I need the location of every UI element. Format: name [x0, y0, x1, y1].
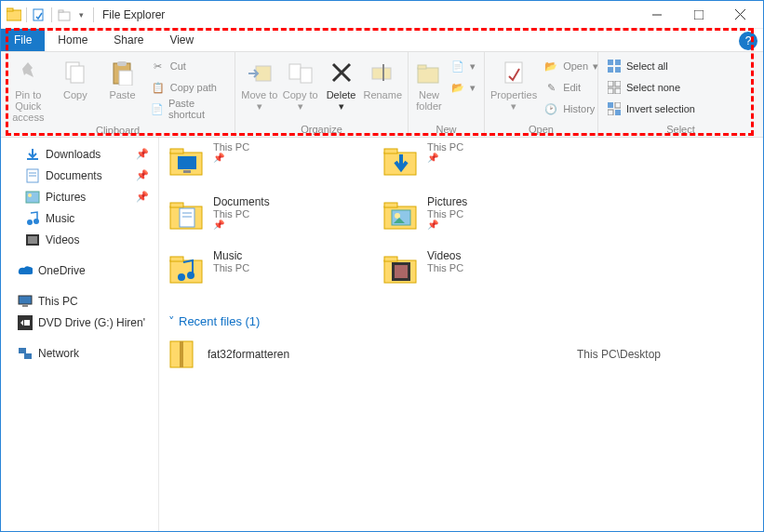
- properties-button[interactable]: Properties▾: [490, 54, 537, 112]
- ribbon-tabs: File Home Share View ˅ ?: [1, 29, 763, 52]
- recent-item[interactable]: fat32formatterenThis PC\Desktop: [168, 334, 754, 375]
- folder-icon: [168, 141, 206, 179]
- group-open: Open: [490, 122, 592, 137]
- paste-button[interactable]: Paste: [101, 54, 144, 100]
- svg-rect-15: [289, 64, 301, 79]
- sidebar-item-videos[interactable]: Videos: [1, 229, 158, 250]
- copyto-button[interactable]: Copy to ▾: [282, 54, 319, 112]
- folder-item[interactable]: This PC📌: [382, 141, 596, 188]
- invert-button[interactable]: Invert selection: [604, 100, 698, 118]
- svg-rect-13: [119, 71, 132, 86]
- svg-rect-3: [59, 12, 70, 20]
- chevron-down-icon: ˅: [168, 314, 175, 328]
- folder-sub: This PC: [427, 141, 463, 153]
- svg-rect-27: [615, 67, 621, 73]
- pin-icon: 📌: [136, 148, 149, 160]
- tab-share[interactable]: Share: [101, 29, 156, 51]
- minimize-button[interactable]: [636, 2, 677, 28]
- folder-item[interactable]: VideosThis PC: [382, 249, 596, 296]
- svg-rect-66: [170, 260, 202, 283]
- pin-icon: 📌: [136, 191, 149, 203]
- svg-rect-4: [59, 10, 63, 12]
- moveto-icon: [245, 58, 275, 87]
- svg-point-42: [27, 219, 33, 225]
- svg-rect-47: [22, 305, 28, 307]
- sidebar-item-dvd[interactable]: DVD Drive (G:) Hiren': [1, 312, 158, 333]
- folder-sub: This PC: [213, 262, 249, 273]
- folder-item[interactable]: DocumentsThis PC📌: [168, 195, 382, 242]
- svg-rect-1: [7, 8, 13, 11]
- folder-name: Documents: [213, 195, 270, 208]
- recent-section[interactable]: ˅Recent files (1): [168, 309, 754, 334]
- edit-button[interactable]: ✎Edit: [541, 78, 601, 97]
- history-button[interactable]: 🕑History: [541, 100, 601, 118]
- qat-down-icon[interactable]: ▾: [74, 7, 88, 22]
- svg-rect-21: [418, 68, 438, 83]
- videos-icon: [25, 233, 40, 247]
- network-icon: [18, 346, 33, 361]
- svg-rect-30: [608, 88, 613, 94]
- newitem-button[interactable]: 📄▾: [448, 57, 478, 75]
- svg-rect-26: [608, 67, 613, 73]
- sidebar-item-documents[interactable]: Documents📌: [1, 165, 158, 186]
- cut-button[interactable]: ✂Cut: [148, 57, 229, 75]
- rename-icon: [368, 58, 397, 87]
- help-icon[interactable]: ?: [739, 32, 757, 50]
- close-button[interactable]: [719, 2, 761, 28]
- svg-rect-52: [170, 149, 183, 153]
- window-title: File Explorer: [102, 8, 165, 21]
- folder-icon: [382, 141, 420, 179]
- copy-button[interactable]: Copy: [54, 54, 98, 100]
- svg-rect-56: [384, 149, 397, 153]
- open-icon: 📂: [543, 59, 558, 73]
- svg-rect-34: [608, 110, 613, 115]
- svg-rect-59: [180, 208, 194, 227]
- tab-view[interactable]: View: [156, 29, 207, 51]
- copypath-button[interactable]: 📋Copy path: [148, 78, 229, 97]
- selectnone-button[interactable]: Select none: [604, 78, 698, 97]
- zip-icon: [168, 339, 198, 369]
- downloads-icon: [25, 147, 40, 162]
- maximize-button[interactable]: [677, 2, 719, 28]
- folder-item[interactable]: MusicThis PC: [168, 249, 382, 296]
- open-button[interactable]: 📂Open ▾: [541, 57, 601, 75]
- sidebar-item-pictures[interactable]: Pictures📌: [1, 186, 158, 207]
- tab-file[interactable]: File: [1, 29, 45, 51]
- tab-home[interactable]: Home: [45, 29, 101, 51]
- folder-sub: This PC: [213, 141, 249, 153]
- svg-point-41: [28, 193, 32, 197]
- properties-icon: [499, 58, 529, 87]
- delete-button[interactable]: Delete▾: [323, 54, 360, 112]
- pin-button[interactable]: Pin to Quick access: [7, 54, 50, 123]
- paste-shortcut-button[interactable]: 📄Paste shortcut: [148, 100, 229, 118]
- moveto-button[interactable]: Move to ▾: [241, 54, 278, 112]
- sidebar-item-onedrive[interactable]: OneDrive: [1, 259, 158, 281]
- copy-icon: [60, 58, 90, 87]
- sidebar-item-network[interactable]: Network: [1, 342, 158, 364]
- rename-button[interactable]: Rename: [363, 54, 402, 100]
- group-new: New: [414, 122, 478, 137]
- thispc-icon: [18, 294, 33, 309]
- sidebar-item-downloads[interactable]: Downloads📌: [1, 143, 158, 165]
- newfolder-button[interactable]: New folder: [414, 54, 444, 112]
- cut-icon: ✂: [151, 59, 166, 73]
- folder-item[interactable]: PicturesThis PC📌: [382, 195, 596, 242]
- nav-sidebar: Downloads📌 Documents📌 Pictures📌 Music Vi…: [1, 138, 159, 531]
- group-clipboard: Clipboard: [7, 123, 229, 138]
- svg-rect-36: [27, 158, 38, 160]
- svg-rect-54: [183, 170, 191, 173]
- onedrive-icon: [18, 263, 33, 278]
- easyaccess-button[interactable]: 📂▾: [448, 78, 478, 97]
- pin-icon: 📌: [136, 169, 149, 181]
- selectall-button[interactable]: Select all: [604, 57, 698, 75]
- pin-icon: [13, 58, 43, 87]
- svg-rect-32: [608, 102, 613, 108]
- qat-properties-icon[interactable]: [32, 7, 47, 22]
- svg-rect-45: [28, 236, 37, 244]
- folder-item[interactable]: This PC📌: [168, 141, 382, 188]
- qat-newfolder-icon[interactable]: [57, 7, 72, 22]
- svg-rect-6: [694, 10, 704, 20]
- sidebar-item-music[interactable]: Music: [1, 207, 158, 229]
- group-organize: Organize: [241, 122, 402, 137]
- sidebar-item-thispc[interactable]: This PC: [1, 290, 158, 312]
